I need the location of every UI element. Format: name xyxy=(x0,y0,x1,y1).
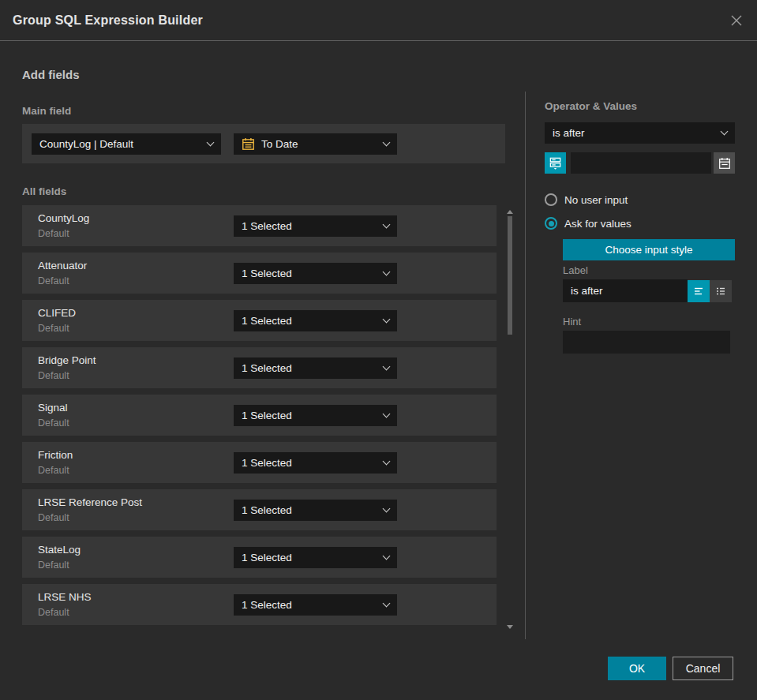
cancel-button[interactable]: Cancel xyxy=(673,657,733,680)
hint-field-label: Hint xyxy=(563,316,581,328)
selected-values-dropdown-value: 1 Selected xyxy=(242,220,377,232)
selected-values-dropdown[interactable]: 1 Selected xyxy=(234,215,397,237)
label-input[interactable] xyxy=(563,279,688,302)
operator-values-heading: Operator & Values xyxy=(545,100,637,112)
field-name: LRSE NHS xyxy=(38,591,92,603)
dialog-header: Group SQL Expression Builder xyxy=(0,0,757,41)
date-picker-button[interactable] xyxy=(714,152,735,174)
field-row: StateLog Default 1 Selected xyxy=(22,537,497,578)
radio-circle-checked-icon xyxy=(545,217,557,230)
chevron-down-icon xyxy=(383,363,391,371)
list-icon xyxy=(714,285,727,298)
panel-divider xyxy=(525,92,526,639)
stacked-values-icon xyxy=(549,156,562,170)
hint-input[interactable] xyxy=(563,331,730,354)
chevron-down-icon xyxy=(383,221,391,229)
field-subtitle: Default xyxy=(38,275,69,286)
field-subtitle: Default xyxy=(38,607,69,618)
field-row: Signal Default 1 Selected xyxy=(22,395,497,436)
field-subtitle: Default xyxy=(38,560,69,571)
ok-button[interactable]: OK xyxy=(608,657,666,680)
field-row: LRSE NHS Default 1 Selected xyxy=(22,584,497,625)
main-field-dropdown-value: CountyLog | Default xyxy=(39,138,201,150)
chevron-down-icon xyxy=(207,139,215,147)
text-input-style-button[interactable] xyxy=(688,280,710,302)
field-subtitle: Default xyxy=(38,417,69,429)
operator-dropdown-value: is after xyxy=(553,127,715,139)
selected-values-dropdown-value: 1 Selected xyxy=(242,504,377,516)
radio-no-user-input[interactable]: No user input xyxy=(545,193,628,206)
scrollbar-thumb[interactable] xyxy=(508,216,512,335)
dialog-title: Group SQL Expression Builder xyxy=(13,13,203,28)
selected-values-dropdown-value: 1 Selected xyxy=(242,268,377,279)
value-input[interactable] xyxy=(571,152,711,174)
selected-values-dropdown[interactable]: 1 Selected xyxy=(234,357,397,379)
selected-values-dropdown-value: 1 Selected xyxy=(242,552,377,563)
chevron-down-icon xyxy=(383,316,391,324)
main-field-dropdown[interactable]: CountyLog | Default xyxy=(32,133,221,155)
add-fields-heading: Add fields xyxy=(22,68,80,81)
radio-label: No user input xyxy=(564,194,628,206)
main-field-panel: CountyLog | Default To Date xyxy=(22,124,505,163)
selected-values-dropdown-value: 1 Selected xyxy=(242,457,377,469)
selected-values-dropdown[interactable]: 1 Selected xyxy=(234,405,397,426)
radio-ask-for-values[interactable]: Ask for values xyxy=(545,217,631,230)
field-name: LRSE Reference Post xyxy=(38,496,142,508)
radio-circle-icon xyxy=(545,193,557,206)
list-input-style-button[interactable] xyxy=(710,280,732,302)
chevron-down-icon xyxy=(383,458,391,466)
selected-values-dropdown-value: 1 Selected xyxy=(242,599,377,611)
calendar-icon xyxy=(718,157,731,170)
label-field-label: Label xyxy=(563,264,588,276)
field-subtitle: Default xyxy=(38,370,69,381)
chevron-down-icon xyxy=(383,600,391,608)
field-subtitle: Default xyxy=(38,465,69,476)
chevron-down-icon xyxy=(383,410,391,418)
field-row: Attenuator Default 1 Selected xyxy=(22,253,497,294)
choose-input-style-button[interactable]: Choose input style xyxy=(563,239,735,260)
radio-label: Ask for values xyxy=(564,218,631,230)
selected-values-dropdown[interactable]: 1 Selected xyxy=(234,452,397,474)
field-name: Attenuator xyxy=(38,260,87,271)
all-fields-list: CountyLog Default 1 Selected Attenuator … xyxy=(22,205,497,626)
close-button[interactable] xyxy=(727,11,746,30)
field-subtitle: Default xyxy=(38,228,69,239)
selected-values-dropdown-value: 1 Selected xyxy=(242,410,377,421)
selected-values-dropdown-value: 1 Selected xyxy=(242,362,377,374)
operator-dropdown[interactable]: is after xyxy=(545,122,735,144)
calendar-icon xyxy=(242,137,255,151)
chevron-down-icon xyxy=(721,128,729,136)
selected-values-dropdown[interactable]: 1 Selected xyxy=(234,547,397,568)
chevron-down-icon xyxy=(383,139,391,147)
chevron-down-icon xyxy=(383,552,391,560)
selected-values-dropdown[interactable]: 1 Selected xyxy=(234,500,397,521)
align-left-icon xyxy=(692,285,705,298)
scrollbar-up-arrow[interactable] xyxy=(507,210,513,214)
field-name: StateLog xyxy=(38,544,81,556)
close-icon xyxy=(729,13,744,28)
scrollbar-down-arrow[interactable] xyxy=(507,625,513,629)
field-name: CountyLog xyxy=(38,212,89,224)
chevron-down-icon xyxy=(383,505,391,513)
field-row: Bridge Point Default 1 Selected xyxy=(22,347,497,388)
selected-values-dropdown[interactable]: 1 Selected xyxy=(234,310,397,331)
field-name: Bridge Point xyxy=(38,354,96,366)
chevron-down-icon xyxy=(383,268,391,276)
unique-values-button[interactable] xyxy=(545,152,566,174)
selected-values-dropdown-value: 1 Selected xyxy=(242,315,377,327)
selected-values-dropdown[interactable]: 1 Selected xyxy=(234,594,397,616)
selected-values-dropdown[interactable]: 1 Selected xyxy=(234,263,397,284)
field-subtitle: Default xyxy=(38,323,69,334)
field-name: Friction xyxy=(38,449,73,461)
all-fields-heading: All fields xyxy=(22,185,66,197)
field-name: CLIFED xyxy=(38,307,76,319)
field-row: LRSE Reference Post Default 1 Selected xyxy=(22,489,497,530)
field-subtitle: Default xyxy=(38,512,69,523)
main-field-heading: Main field xyxy=(22,105,71,117)
date-type-dropdown[interactable]: To Date xyxy=(234,133,397,155)
date-type-dropdown-value: To Date xyxy=(261,138,377,150)
field-row: Friction Default 1 Selected xyxy=(22,442,497,483)
field-row: CLIFED Default 1 Selected xyxy=(22,300,497,341)
field-row: CountyLog Default 1 Selected xyxy=(22,205,497,246)
field-name: Signal xyxy=(38,402,68,414)
